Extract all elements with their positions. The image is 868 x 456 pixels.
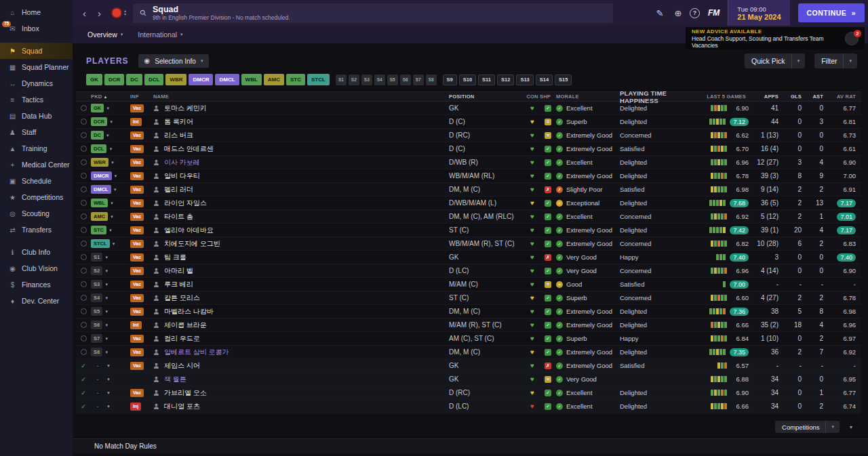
- player-name-cell[interactable]: 제이콥 브라운: [153, 320, 449, 330]
- row-select[interactable]: [76, 186, 91, 192]
- player-name-cell[interactable]: 펠리 러더: [153, 185, 449, 194]
- column-header-ast[interactable]: AST: [804, 94, 826, 100]
- player-name-cell[interactable]: 이사 카보레: [153, 158, 449, 167]
- sidebar-item-medical-center[interactable]: +Medical Center: [0, 157, 73, 173]
- picked-position-cell[interactable]: STC▼: [91, 226, 130, 234]
- slot-button-s3[interactable]: S3: [361, 75, 372, 85]
- picked-position-cell[interactable]: -▼: [91, 362, 130, 369]
- picked-position-cell[interactable]: S7▼: [91, 334, 130, 343]
- picked-position-cell[interactable]: DMCL▼: [91, 185, 130, 194]
- player-name-cell[interactable]: 타이트 촘: [153, 212, 449, 222]
- sidebar-item-scouting[interactable]: ◎Scouting: [0, 205, 73, 222]
- player-row[interactable]: DMCL▼Vac펠리 러더DM, M (C)♥✗✗Slightly PoorSa…: [76, 183, 861, 196]
- slot-button-s9[interactable]: S9: [443, 75, 457, 85]
- tab-overview[interactable]: Overview ▾: [81, 26, 130, 43]
- column-header-playing-time-happiness[interactable]: PLAYING TIME HAPPINESS: [620, 89, 689, 104]
- player-row[interactable]: ✓-▼Inj대니얼 포츠D (LC)♥✓✓ExcellentDelighted6…: [76, 400, 861, 413]
- picked-position-cell[interactable]: S5▼: [91, 307, 130, 316]
- sidebar-item-home[interactable]: ⌂Home: [0, 4, 73, 20]
- picked-position-cell[interactable]: -▼: [91, 390, 130, 396]
- sidebar-item-training[interactable]: ▲Training: [0, 140, 73, 157]
- sidebar-item-tactics[interactable]: ≡Tactics: [0, 91, 73, 108]
- row-select[interactable]: [76, 295, 91, 301]
- row-select[interactable]: [76, 227, 91, 233]
- picked-position-cell[interactable]: STCL▼: [91, 239, 130, 248]
- advice-notification[interactable]: NEW ADVICE AVAILABLE Head Coach Support,…: [686, 27, 865, 49]
- column-header-shp[interactable]: SHP: [540, 94, 556, 100]
- slot-button-s7[interactable]: S7: [413, 75, 424, 85]
- slot-button-dcr[interactable]: DCR: [104, 74, 124, 85]
- row-select[interactable]: ✓: [76, 403, 91, 410]
- slot-button-s4[interactable]: S4: [374, 75, 385, 85]
- row-select[interactable]: [76, 146, 91, 152]
- column-header-name[interactable]: NAME: [153, 94, 449, 100]
- row-select[interactable]: [76, 159, 91, 165]
- slot-button-s1[interactable]: S1: [336, 75, 347, 85]
- slot-button-s5[interactable]: S5: [387, 75, 398, 85]
- player-name-cell[interactable]: 치에도지에 오그빈: [153, 239, 449, 249]
- picked-position-cell[interactable]: -▼: [91, 403, 130, 410]
- slot-button-wbl[interactable]: WBL: [241, 74, 262, 85]
- row-select[interactable]: [76, 105, 91, 111]
- player-name-cell[interactable]: 팀 크룰: [153, 253, 449, 262]
- slot-button-dmcr[interactable]: DMCR: [189, 74, 213, 85]
- player-row[interactable]: WBR▼Vac이사 카보레D/WB (R)♥✓✓ExcellentDelight…: [76, 156, 861, 169]
- sidebar-item-schedule[interactable]: ▣Schedule: [0, 173, 73, 189]
- sidebar-item-club-info[interactable]: ℹClub Info: [0, 244, 73, 260]
- stepper-control[interactable]: ▴ ▾: [124, 9, 126, 16]
- row-select[interactable]: [76, 335, 91, 341]
- row-select[interactable]: [76, 322, 91, 328]
- player-name-cell[interactable]: 마벨라스 나캄바: [153, 307, 449, 316]
- back-icon[interactable]: ‹: [79, 8, 90, 18]
- row-select[interactable]: ✓: [76, 376, 91, 383]
- help-icon[interactable]: ?: [690, 8, 700, 18]
- picked-position-cell[interactable]: GK▼: [91, 104, 130, 112]
- player-row[interactable]: S6▼Int제이콥 브라운M/AM (R), ST (C)♥✓✓Extremel…: [76, 318, 861, 332]
- row-select[interactable]: [76, 173, 91, 179]
- slot-button-dcl[interactable]: DCL: [144, 74, 163, 85]
- slot-button-s14[interactable]: S14: [536, 75, 553, 85]
- picked-position-cell[interactable]: AMC▼: [91, 212, 130, 221]
- player-row[interactable]: WBL▼Vac라이언 자일스D/WB/M/AM (L)♥✓✓Exceptiona…: [76, 196, 861, 210]
- player-row[interactable]: ✓-▼Vac제임스 시어GK♥✗✓Extremely GoodSatisfied…: [76, 359, 861, 373]
- picked-position-cell[interactable]: S2▼: [91, 266, 130, 275]
- picked-position-cell[interactable]: WBL▼: [91, 199, 130, 207]
- player-row[interactable]: STCL▼Vac치에도지에 오그빈WB/M/AM (R), ST (C)♥✓✓E…: [76, 237, 861, 251]
- player-name-cell[interactable]: 리스 버크: [153, 131, 449, 140]
- edit-icon[interactable]: ✎: [653, 8, 667, 18]
- continue-button[interactable]: CONTINUE »: [798, 3, 865, 22]
- slot-button-s2[interactable]: S2: [349, 75, 359, 85]
- row-select[interactable]: [76, 308, 91, 314]
- slot-button-wbr[interactable]: WBR: [165, 74, 186, 85]
- player-name-cell[interactable]: 컬리 우드로: [153, 334, 449, 344]
- forward-icon[interactable]: ›: [94, 8, 104, 18]
- advice-avatar-icon[interactable]: 2: [845, 32, 859, 45]
- picked-position-cell[interactable]: S8▼: [91, 348, 130, 356]
- row-select[interactable]: [76, 349, 91, 355]
- sidebar-item-dev-center[interactable]: ♦Dev. Center: [0, 293, 73, 309]
- sidebar-item-club-vision[interactable]: ◉Club Vision: [0, 260, 73, 276]
- player-row[interactable]: DC▼Vac리스 버크D (RC)♥=✓Extremely GoodConcer…: [76, 129, 861, 142]
- slot-button-stcl[interactable]: STCL: [307, 74, 330, 85]
- player-row[interactable]: S1▼Vac팀 크룰GK♥✗✓Very GoodHappy7.403007.40: [76, 251, 861, 264]
- slot-button-amc[interactable]: AMC: [264, 74, 284, 85]
- slot-button-s8[interactable]: S8: [426, 75, 437, 85]
- picked-position-cell[interactable]: WBR▼: [91, 158, 130, 167]
- player-name-cell[interactable]: 대니얼 포츠: [153, 402, 449, 411]
- player-row[interactable]: DMCR▼Vac알비 다우티WB/M/AM (RL)♥✓✓Extremely G…: [76, 169, 861, 183]
- sidebar-item-finances[interactable]: $Finances: [0, 276, 73, 293]
- row-select[interactable]: [76, 200, 91, 206]
- slot-button-s12[interactable]: S12: [497, 75, 514, 85]
- column-header-con[interactable]: CON: [525, 94, 540, 100]
- row-select[interactable]: [76, 119, 91, 125]
- competitions-dropdown[interactable]: Competitions ▾: [775, 421, 840, 433]
- row-select[interactable]: [76, 281, 91, 287]
- player-name-cell[interactable]: 톰 록키어: [153, 117, 449, 127]
- player-name-cell[interactable]: 알베르트 삼비 로콩가: [153, 348, 449, 357]
- column-header-inf[interactable]: INF: [130, 94, 153, 100]
- slot-button-s10[interactable]: S10: [459, 75, 476, 85]
- picked-position-cell[interactable]: S6▼: [91, 320, 130, 329]
- player-name-cell[interactable]: 토마스 케민키: [153, 104, 449, 113]
- player-name-cell[interactable]: 매드스 안데르센: [153, 144, 449, 154]
- player-name-cell[interactable]: 잭 월튼: [153, 375, 449, 384]
